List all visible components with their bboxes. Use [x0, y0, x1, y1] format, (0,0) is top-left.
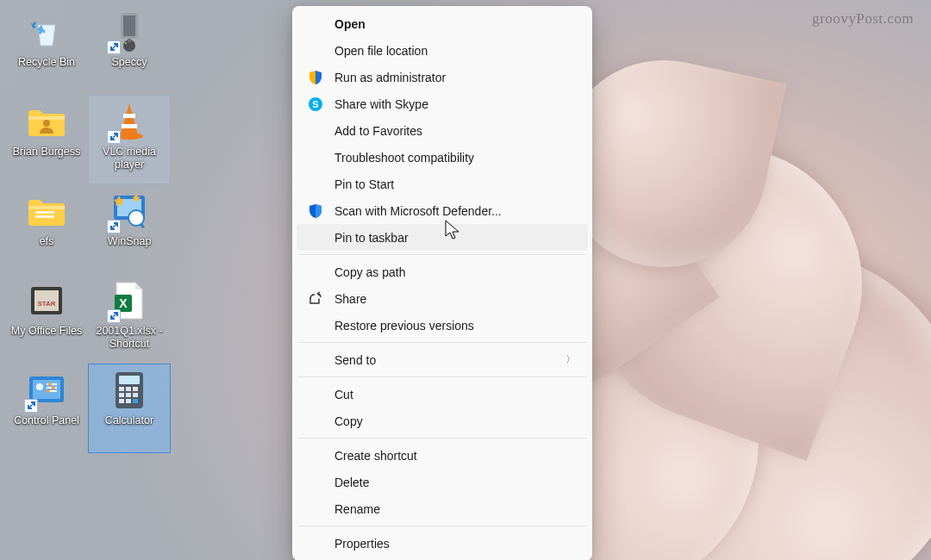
- menu-item-run-as-administrator[interactable]: Run as administrator: [297, 64, 588, 90]
- menu-item-open[interactable]: Open: [297, 10, 588, 37]
- menu-item-cut[interactable]: Cut: [297, 381, 588, 408]
- menu-item-delete[interactable]: Delete: [297, 469, 588, 495]
- desktop-icon-control-panel[interactable]: Control Panel: [5, 364, 88, 453]
- office-folder-icon: STAR: [26, 280, 67, 321]
- desktop-icon-label: Calculator: [91, 414, 168, 427]
- shield-yellow-icon: [307, 69, 324, 86]
- svg-rect-34: [119, 393, 124, 397]
- menu-separator: [298, 342, 586, 343]
- desktop-icon-label: Control Panel: [8, 414, 85, 427]
- svg-point-0: [43, 120, 50, 127]
- recycle-bin-icon: [26, 11, 67, 53]
- winsnap-icon: [109, 190, 150, 232]
- svg-point-13: [52, 386, 55, 389]
- svg-text:X: X: [119, 296, 128, 310]
- menu-item-pin-to-taskbar[interactable]: Pin to taskbar: [297, 224, 588, 251]
- desktop-icon-label: efs: [8, 235, 85, 248]
- svg-point-25: [128, 210, 144, 226]
- context-menu: Open Open file location Run as administr…: [292, 6, 592, 560]
- menu-separator: [298, 438, 586, 439]
- desktop-icon-winsnap[interactable]: WinSnap: [88, 184, 171, 274]
- desktop-icon-efs[interactable]: efs: [5, 184, 88, 274]
- calculator-icon: [109, 370, 150, 411]
- svg-rect-37: [119, 399, 124, 403]
- desktop-icon-recycle-bin[interactable]: Recycle Bin: [5, 5, 88, 95]
- desktop-icon-label: My Office Files: [8, 325, 85, 338]
- desktop-icon-vlc[interactable]: VLC media player: [88, 95, 171, 184]
- excel-file-icon: X: [109, 280, 150, 321]
- svg-rect-30: [119, 376, 140, 384]
- svg-point-19: [125, 42, 127, 44]
- svg-point-12: [48, 383, 52, 386]
- control-panel-icon: [26, 370, 67, 411]
- speccy-icon: [109, 11, 150, 53]
- svg-point-8: [36, 383, 43, 390]
- menu-item-troubleshoot-compatibility[interactable]: Troubleshoot compatibility: [297, 144, 588, 171]
- shield-blue-icon: [307, 202, 324, 220]
- share-icon: [307, 290, 324, 308]
- desktop-icon-label: Recycle Bin: [8, 56, 85, 69]
- menu-item-restore-previous-versions[interactable]: Restore previous versions: [297, 312, 588, 339]
- folder-user-icon: [26, 101, 67, 142]
- svg-rect-21: [122, 124, 137, 128]
- shortcut-overlay-icon: [24, 399, 38, 413]
- menu-separator: [298, 376, 586, 377]
- menu-separator: [298, 254, 586, 255]
- desktop-icon-my-office-files[interactable]: STAR My Office Files: [5, 274, 88, 364]
- menu-item-pin-to-start[interactable]: Pin to Start: [297, 171, 588, 197]
- desktop-icon-label: VLC media player: [91, 146, 168, 171]
- menu-item-send-to[interactable]: Send to〉: [297, 346, 588, 373]
- svg-rect-18: [128, 39, 131, 42]
- svg-rect-20: [123, 114, 135, 118]
- desktop-icon-calculator[interactable]: Calculator: [88, 364, 171, 453]
- menu-item-share-with-skype[interactable]: S Share with Skype: [297, 90, 588, 117]
- desktop-icon-label: Brian Burgess: [8, 146, 85, 159]
- chevron-right-icon: 〉: [565, 352, 576, 367]
- shortcut-overlay-icon: [107, 220, 121, 233]
- menu-item-create-shortcut[interactable]: Create shortcut: [297, 442, 588, 469]
- menu-item-open-file-location[interactable]: Open file location: [297, 37, 588, 64]
- folder-icon: [26, 190, 67, 232]
- desktop-icon-speccy[interactable]: Speccy: [88, 5, 171, 95]
- svg-rect-7: [33, 380, 60, 399]
- svg-rect-39: [133, 399, 138, 403]
- svg-rect-36: [133, 393, 138, 397]
- svg-rect-31: [119, 387, 124, 391]
- svg-rect-38: [126, 399, 131, 403]
- menu-item-properties[interactable]: Properties: [297, 530, 588, 557]
- shortcut-overlay-icon: [107, 130, 121, 144]
- shortcut-overlay-icon: [107, 40, 121, 54]
- desktop-icon-label: WinSnap: [91, 235, 168, 248]
- menu-item-rename[interactable]: Rename: [297, 495, 588, 522]
- svg-rect-32: [126, 387, 131, 391]
- menu-item-copy-as-path[interactable]: Copy as path: [297, 258, 588, 285]
- menu-item-add-to-favorites[interactable]: Add to Favorites: [297, 117, 588, 144]
- svg-text:STAR: STAR: [37, 300, 55, 308]
- menu-item-share[interactable]: Share: [297, 285, 588, 312]
- vlc-cone-icon: [109, 101, 150, 142]
- svg-rect-33: [133, 387, 138, 391]
- svg-rect-1: [35, 211, 54, 214]
- desktop-icon-brian-burgess[interactable]: Brian Burgess: [5, 95, 88, 184]
- desktop-icon-label: Speccy: [91, 56, 168, 69]
- svg-text:S: S: [312, 99, 318, 109]
- desktop-icon-label: 2001Q1.xlsx - Shortcut: [91, 325, 168, 351]
- svg-rect-35: [126, 393, 131, 397]
- menu-item-copy[interactable]: Copy: [297, 408, 588, 434]
- menu-item-scan-with-defender[interactable]: Scan with Microsoft Defender...: [297, 197, 588, 224]
- desktop-icon-excel-shortcut[interactable]: X 2001Q1.xlsx - Shortcut: [88, 274, 171, 364]
- skype-icon: S: [307, 96, 324, 113]
- shortcut-overlay-icon: [107, 309, 121, 323]
- svg-point-14: [47, 389, 50, 393]
- svg-rect-2: [35, 215, 54, 218]
- svg-rect-16: [123, 16, 135, 36]
- menu-separator: [298, 526, 586, 526]
